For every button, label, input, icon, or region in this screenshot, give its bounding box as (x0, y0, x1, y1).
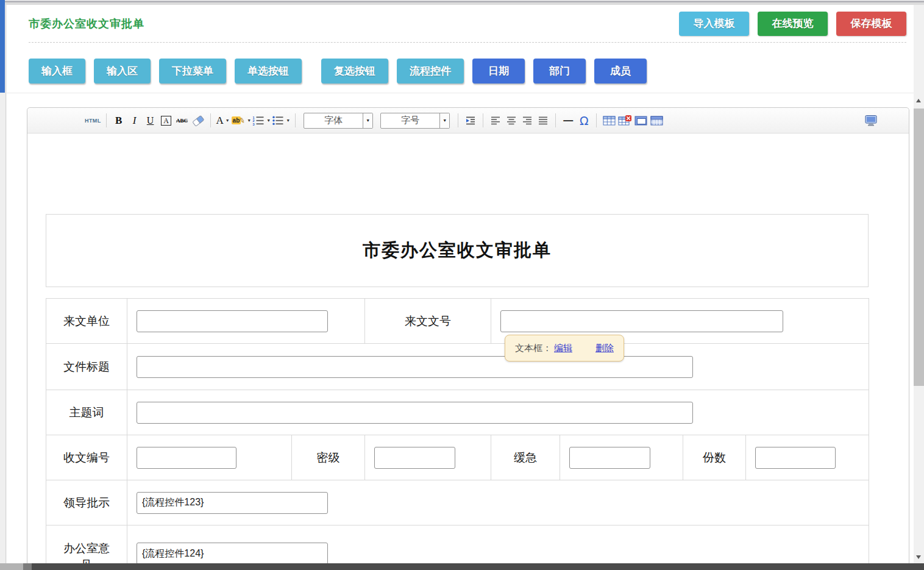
page-title: 市委办公室收文审批单 (29, 16, 144, 31)
toolbar-separator (483, 113, 483, 127)
chevron-down-icon: ▼ (439, 113, 449, 128)
align-justify-button[interactable] (536, 112, 550, 129)
page-right-margin (914, 5, 924, 94)
urgency-input[interactable] (569, 447, 650, 469)
eraser-icon (191, 115, 205, 127)
cell-properties-button[interactable] (649, 112, 664, 129)
bold-icon: B (115, 115, 122, 127)
insert-table-button[interactable] (602, 112, 616, 129)
form-title-box: 市委办公室收文审批单 (46, 214, 869, 287)
office-opinion-input[interactable] (137, 543, 328, 565)
secrecy-input[interactable] (374, 447, 455, 469)
form-table: 来文单位 来文文号 文件标题 主题词 收文编号 密级 (46, 298, 869, 569)
urgency-label: 缓急 (491, 435, 560, 480)
tooltip-label: 文本框： (515, 343, 552, 354)
delete-table-icon (618, 115, 631, 126)
control-input-box-button[interactable]: 输入框 (29, 59, 85, 84)
font-size-value: 字号 (381, 115, 439, 126)
tooltip-edit-link[interactable]: 编辑 (554, 343, 572, 354)
control-palette: 输入框 输入区 下拉菜单 单选按钮 复选按钮 流程控件 日期 部门 成员 (7, 43, 914, 84)
toolbar-separator (596, 113, 597, 127)
control-input-area-button[interactable]: 输入区 (94, 59, 151, 84)
rich-text-editor: HTML B I U A ABC (27, 107, 909, 570)
chevron-down-icon: ▼ (286, 118, 290, 123)
doc-number-input[interactable] (500, 310, 783, 332)
receipt-no-input[interactable] (137, 447, 236, 469)
indent-icon (464, 116, 477, 126)
table-properties-button[interactable] (633, 112, 648, 129)
scroll-up-icon[interactable] (916, 99, 921, 102)
subject-input[interactable] (137, 402, 693, 424)
font-color-button[interactable]: A ▼ (216, 112, 230, 129)
source-unit-label: 来文单位 (46, 299, 127, 344)
main-panel: 市委办公室收文审批单 导入模板 在线预览 保存模板 输入框 输入区 下拉菜单 单… (7, 5, 914, 570)
align-right-icon (521, 116, 533, 126)
table-row: 主题词 (46, 390, 869, 435)
online-preview-button[interactable]: 在线预览 (758, 12, 828, 36)
pencil-icon: ✎ (238, 116, 246, 126)
toolbar-separator (106, 113, 107, 127)
underline-button[interactable]: U (143, 112, 158, 129)
editor-toolbar: HTML B I U A ABC (27, 108, 909, 134)
format-a-button[interactable]: A (159, 112, 174, 129)
copies-input[interactable] (755, 447, 836, 469)
chevron-down-icon: ▼ (247, 118, 251, 123)
align-justify-icon (537, 116, 549, 126)
font-family-select[interactable]: 字体 ▼ (304, 113, 373, 129)
table-row: 文件标题 (46, 344, 869, 390)
leader-remark-input[interactable] (137, 492, 328, 514)
underline-icon: U (147, 115, 154, 126)
control-radio-button[interactable]: 单选按钮 (235, 59, 302, 84)
highlight-color-button[interactable]: ab ✎ ▼ (232, 112, 252, 129)
chevron-down-icon: ▼ (266, 118, 271, 123)
monitor-icon (864, 115, 878, 126)
html-source-icon: HTML (85, 118, 101, 124)
control-checkbox-button[interactable]: 复选按钮 (321, 59, 388, 84)
table-row: 收文编号 密级 缓急 份数 (46, 435, 869, 480)
table-row: 来文单位 来文文号 (46, 299, 869, 344)
control-department-button[interactable]: 部门 (533, 59, 586, 84)
cell-properties-icon (650, 115, 663, 126)
source-unit-input[interactable] (137, 310, 328, 332)
doc-number-label: 来文文号 (365, 299, 491, 344)
horizontal-rule-button[interactable]: — (561, 112, 575, 129)
control-flow-control-button[interactable]: 流程控件 (397, 59, 464, 84)
copies-label: 份数 (683, 435, 746, 480)
toolbar-separator (210, 113, 211, 127)
import-template-button[interactable]: 导入模板 (679, 12, 749, 36)
align-center-button[interactable] (504, 112, 519, 129)
bold-button[interactable]: B (112, 112, 126, 129)
subject-label: 主题词 (46, 390, 127, 435)
strikethrough-button[interactable]: ABC (175, 112, 190, 129)
indent-button[interactable] (463, 112, 478, 129)
save-template-button[interactable]: 保存模板 (836, 12, 906, 36)
horizontal-rule-icon: — (563, 115, 573, 126)
special-character-button[interactable]: Ω (577, 112, 591, 129)
secrecy-label: 密级 (292, 435, 365, 480)
align-left-button[interactable] (488, 112, 503, 129)
remove-format-button[interactable] (191, 112, 205, 129)
form-title: 市委办公室收文审批单 (363, 238, 552, 263)
align-right-button[interactable] (520, 112, 535, 129)
receipt-no-label: 收文编号 (46, 435, 127, 480)
fullscreen-button[interactable] (864, 112, 878, 129)
unordered-list-button[interactable]: ▼ (272, 112, 290, 129)
scroll-down-icon[interactable] (916, 555, 921, 559)
italic-button[interactable]: I (127, 112, 142, 129)
vertical-scrollbar[interactable] (914, 94, 924, 570)
align-left-icon (489, 116, 502, 126)
control-member-button[interactable]: 成员 (594, 59, 647, 84)
scrollbar-thumb[interactable] (914, 109, 924, 386)
font-size-select[interactable]: 字号 ▼ (380, 113, 450, 129)
control-dropdown-button[interactable]: 下拉菜单 (159, 59, 226, 84)
delete-table-button[interactable] (617, 112, 632, 129)
align-center-icon (505, 116, 517, 126)
control-date-button[interactable]: 日期 (472, 59, 525, 84)
tooltip-delete-link[interactable]: 删除 (595, 343, 614, 354)
html-source-button[interactable]: HTML (85, 112, 101, 129)
toolbar-separator (295, 113, 296, 127)
window-top-edge (0, 0, 924, 5)
ordered-list-button[interactable]: 1 2 3 ▼ (252, 112, 271, 129)
editor-document[interactable]: 市委办公室收文审批单 来文单位 来文文号 文件标题 主 (27, 134, 909, 569)
omega-icon: Ω (580, 114, 589, 127)
